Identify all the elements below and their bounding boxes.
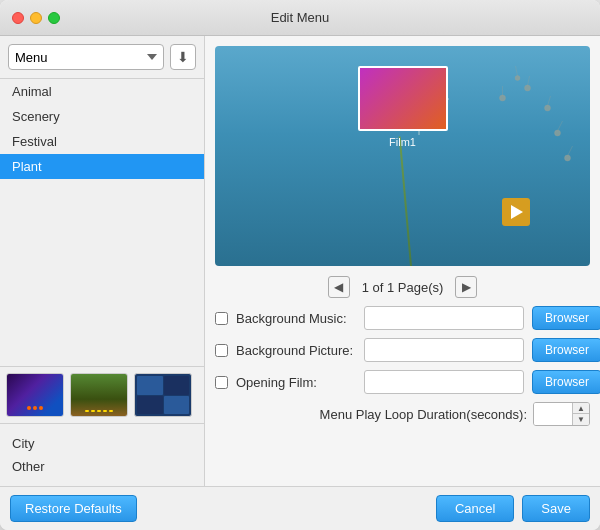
preview-area: Film1	[215, 46, 590, 266]
opening-film-row: Opening Film: Browser	[215, 370, 590, 394]
sidebar: Menu ⬇ Animal Scenery Festival Plant	[0, 36, 205, 486]
traffic-lights	[12, 12, 60, 24]
play-icon	[511, 205, 523, 219]
sidebar-item-plant[interactable]: Plant	[0, 154, 204, 179]
menu-dropdown[interactable]: Menu	[8, 44, 164, 70]
loop-input-wrap: 30 ▲ ▼	[533, 402, 590, 426]
svg-line-23	[516, 66, 518, 76]
loop-duration-input[interactable]: 30	[534, 403, 572, 425]
film-label: Film1	[389, 136, 416, 148]
close-button[interactable]	[12, 12, 24, 24]
background-picture-checkbox[interactable]	[215, 344, 228, 357]
options-area: Background Music: Browser Background Pic…	[215, 306, 590, 426]
background-music-browser-button[interactable]: Browser	[532, 306, 600, 330]
opening-film-checkbox[interactable]	[215, 376, 228, 389]
preview-background: Film1	[215, 46, 590, 266]
background-picture-browser-button[interactable]: Browser	[532, 338, 600, 362]
svg-point-16	[525, 85, 531, 91]
svg-point-20	[555, 130, 561, 136]
sidebar-bottom: City Other	[0, 423, 204, 486]
content-area: Menu ⬇ Animal Scenery Festival Plant	[0, 36, 600, 486]
main-panel: Film1 ◀ 1 of 1 Page(s) ▶ Background Musi…	[205, 36, 600, 486]
footer-right: Cancel Save	[436, 495, 590, 522]
loop-duration-label: Menu Play Loop Duration(seconds):	[320, 407, 527, 422]
thumbnail-grid	[0, 366, 204, 423]
opening-film-label: Opening Film:	[236, 375, 356, 390]
window-title: Edit Menu	[271, 10, 330, 25]
sidebar-item-animal[interactable]: Animal	[0, 79, 204, 104]
svg-point-18	[545, 105, 551, 111]
sidebar-item-scenery[interactable]: Scenery	[0, 104, 204, 129]
svg-line-17	[548, 96, 551, 106]
sidebar-item-city[interactable]: City	[12, 432, 192, 455]
background-picture-input[interactable]	[364, 338, 524, 362]
background-music-row: Background Music: Browser	[215, 306, 590, 330]
minimize-button[interactable]	[30, 12, 42, 24]
play-button[interactable]	[502, 198, 530, 226]
footer: Restore Defaults Cancel Save	[0, 486, 600, 530]
menu-list: Animal Scenery Festival Plant	[0, 79, 204, 366]
pagination: ◀ 1 of 1 Page(s) ▶	[215, 276, 590, 298]
edit-menu-window: Edit Menu Menu ⬇ Animal Scenery Festival…	[0, 0, 600, 530]
svg-line-21	[568, 146, 573, 156]
background-music-checkbox[interactable]	[215, 312, 228, 325]
loop-duration-row: Menu Play Loop Duration(seconds): 30 ▲ ▼	[215, 402, 590, 426]
restore-defaults-button[interactable]: Restore Defaults	[10, 495, 137, 522]
background-music-input[interactable]	[364, 306, 524, 330]
thumb-2[interactable]	[70, 373, 128, 417]
next-page-button[interactable]: ▶	[455, 276, 477, 298]
svg-point-24	[515, 76, 520, 81]
cancel-button[interactable]: Cancel	[436, 495, 514, 522]
prev-page-button[interactable]: ◀	[328, 276, 350, 298]
thumb-3[interactable]	[134, 373, 192, 417]
thumb-1[interactable]	[6, 373, 64, 417]
opening-film-input[interactable]	[364, 370, 524, 394]
page-info: 1 of 1 Page(s)	[362, 280, 444, 295]
sidebar-top: Menu ⬇	[0, 36, 204, 79]
maximize-button[interactable]	[48, 12, 60, 24]
background-picture-label: Background Picture:	[236, 343, 356, 358]
svg-point-22	[565, 155, 571, 161]
save-button[interactable]: Save	[522, 495, 590, 522]
download-button[interactable]: ⬇	[170, 44, 196, 70]
loop-spinners: ▲ ▼	[572, 403, 589, 425]
titlebar: Edit Menu	[0, 0, 600, 36]
opening-film-browser-button[interactable]: Browser	[532, 370, 600, 394]
svg-line-15	[528, 76, 530, 86]
svg-line-19	[558, 121, 563, 131]
spin-up-button[interactable]: ▲	[573, 403, 589, 414]
svg-point-14	[500, 95, 506, 101]
background-picture-row: Background Picture: Browser	[215, 338, 590, 362]
sidebar-item-festival[interactable]: Festival	[0, 129, 204, 154]
sidebar-item-other[interactable]: Other	[12, 455, 192, 478]
film-thumbnail[interactable]	[358, 66, 448, 131]
spin-down-button[interactable]: ▼	[573, 414, 589, 425]
background-music-label: Background Music:	[236, 311, 356, 326]
